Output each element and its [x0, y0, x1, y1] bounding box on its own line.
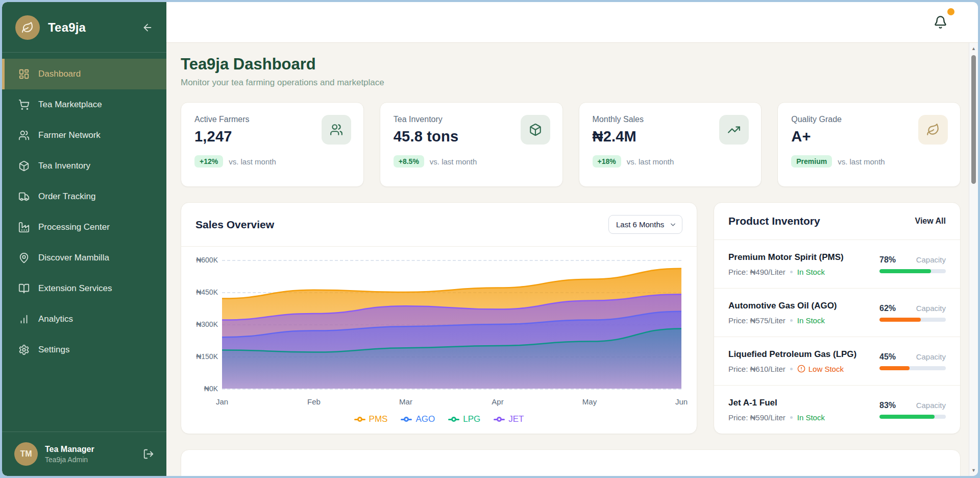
- y-tick-label: ₦600K: [196, 256, 218, 264]
- notification-dot: [947, 8, 954, 15]
- stat-note: vs. last month: [838, 157, 885, 166]
- inventory-row-liquefied-petroleum-gas-lpg: Liquefied Petroleum Gas (LPG)Price: ₦610…: [714, 337, 960, 386]
- sidebar-item-discover-mambilla[interactable]: Discover Mambilla: [2, 243, 166, 273]
- dot-separator: [790, 271, 793, 273]
- product-price: Price: ₦490/Liter: [728, 268, 786, 276]
- dot-separator: [790, 416, 793, 419]
- legend-marker: [354, 417, 365, 422]
- x-tick-label: Jun: [675, 397, 688, 406]
- stock-status: In Stock: [797, 316, 825, 325]
- sidebar-collapse-button[interactable]: [142, 22, 153, 33]
- stat-badge: +8.5%: [394, 155, 424, 168]
- legend-marker: [448, 417, 459, 422]
- gridline: [222, 389, 681, 390]
- scroll-down-arrow[interactable]: ▼: [969, 468, 978, 473]
- stat-badge: +18%: [593, 155, 621, 168]
- product-inventory-title: Product Inventory: [728, 215, 820, 227]
- sidebar-item-analytics[interactable]: Analytics: [2, 304, 166, 334]
- stat-card-monthly-sales: Monthly Sales₦2.4M+18%vs. last month: [579, 102, 762, 187]
- product-price: Price: ₦575/Liter: [728, 316, 786, 325]
- product-price: Price: ₦590/Liter: [728, 413, 786, 422]
- legend-label: PMS: [369, 414, 388, 424]
- sidebar-item-extension-services[interactable]: Extension Services: [2, 273, 166, 304]
- stat-note: vs. last month: [229, 157, 276, 166]
- y-tick-label: ₦300K: [196, 320, 218, 328]
- sidebar-item-label: Order Tracking: [38, 192, 95, 202]
- page-title: Tea9ja Dashboard: [181, 55, 961, 74]
- app-window: Tea9ja DashboardTea MarketplaceFarmer Ne…: [0, 0, 980, 478]
- sidebar-item-label: Processing Center: [38, 222, 110, 232]
- product-name: Automotive Gas Oil (AGO): [728, 301, 837, 311]
- legend-label: LPG: [463, 414, 480, 424]
- main-area: Tea9ja Dashboard Monitor your tea farmin…: [166, 2, 978, 476]
- stock-status: Low Stock: [797, 365, 844, 373]
- sidebar-item-label: Dashboard: [38, 69, 81, 79]
- sidebar-item-label: Farmer Network: [38, 130, 101, 140]
- x-tick-label: Jan: [216, 397, 228, 406]
- sidebar-item-tea-inventory[interactable]: Tea Inventory: [2, 151, 166, 181]
- stat-note: vs. last month: [627, 157, 674, 166]
- sidebar-item-tea-marketplace[interactable]: Tea Marketplace: [2, 89, 166, 120]
- product-name: Liquefied Petroleum Gas (LPG): [728, 349, 856, 360]
- view-all-button[interactable]: View All: [915, 217, 946, 226]
- leaf-icon: [926, 123, 940, 136]
- stock-status: In Stock: [797, 413, 825, 422]
- stat-card-active-farmers: Active Farmers1,247+12%vs. last month: [181, 102, 364, 187]
- stock-status: In Stock: [797, 268, 825, 276]
- bell-icon: [934, 15, 947, 29]
- scrollbar: ▲ ▼: [969, 43, 978, 476]
- capacity-label: Capacity: [916, 304, 946, 313]
- sales-overview-card: Sales Overview Last 6 Months ₦600K₦450K₦…: [181, 202, 697, 434]
- capacity-percent: 78%: [879, 255, 896, 265]
- sales-chart: ₦600K₦450K₦300K₦150K₦0K JanFebMarAprMayJ…: [181, 247, 697, 409]
- factory-icon: [18, 222, 30, 233]
- capacity-percent: 45%: [879, 352, 896, 362]
- truck-icon: [18, 191, 30, 202]
- box-icon: [18, 160, 30, 172]
- sidebar-item-dashboard[interactable]: Dashboard: [2, 59, 166, 89]
- users-icon: [330, 123, 343, 136]
- capacity-label: Capacity: [916, 255, 946, 264]
- logout-button[interactable]: [143, 448, 154, 460]
- notifications-button[interactable]: [934, 15, 947, 29]
- legend-item-pms[interactable]: PMS: [354, 414, 388, 424]
- stat-card-quality-grade: Quality GradeA+Premiumvs. last month: [777, 102, 961, 187]
- scrollbar-thumb[interactable]: [971, 55, 976, 184]
- sales-area-chart: [222, 260, 681, 389]
- trending-up-icon: [727, 123, 741, 136]
- sidebar-item-processing-center[interactable]: Processing Center: [2, 212, 166, 243]
- x-tick-label: Mar: [399, 397, 412, 406]
- sidebar-item-farmer-network[interactable]: Farmer Network: [2, 120, 166, 151]
- legend-item-lpg[interactable]: LPG: [448, 414, 480, 424]
- stat-badge: +12%: [194, 155, 223, 168]
- product-inventory-card: Product Inventory View All Premium Motor…: [714, 202, 961, 434]
- x-tick-label: May: [582, 397, 597, 406]
- users-icon: [18, 130, 30, 141]
- stats-row: Active Farmers1,247+12%vs. last monthTea…: [181, 102, 961, 187]
- y-tick-label: ₦150K: [196, 352, 218, 361]
- page-subtitle: Monitor your tea farming operations and …: [181, 78, 961, 88]
- sidebar-item-settings[interactable]: Settings: [2, 334, 166, 365]
- inventory-row-automotive-gas-oil-ago: Automotive Gas Oil (AGO)Price: ₦575/Lite…: [714, 289, 960, 337]
- legend-item-jet[interactable]: JET: [494, 414, 524, 424]
- legend-marker: [494, 417, 505, 422]
- capacity-bar: [879, 415, 946, 419]
- sidebar-item-label: Extension Services: [38, 283, 112, 294]
- user-role: Tea9ja Admin: [45, 456, 136, 464]
- dashboard-content: Tea9ja Dashboard Monitor your tea farmin…: [166, 43, 978, 476]
- chart-legend: PMSAGOLPGJET: [181, 409, 697, 434]
- range-select[interactable]: Last 6 Months: [608, 215, 682, 234]
- logout-icon: [143, 448, 154, 460]
- capacity-label: Capacity: [916, 401, 946, 410]
- gear-icon: [18, 344, 30, 355]
- inventory-row-premium-motor-spirit-pms: Premium Motor Spirit (PMS)Price: ₦490/Li…: [714, 240, 960, 289]
- cart-icon: [18, 99, 30, 110]
- legend-item-ago[interactable]: AGO: [401, 414, 435, 424]
- sidebar-item-order-tracking[interactable]: Order Tracking: [2, 181, 166, 212]
- scroll-up-arrow[interactable]: ▲: [969, 46, 978, 51]
- sidebar-item-label: Tea Inventory: [38, 161, 90, 171]
- sidebar-header: Tea9ja: [2, 2, 166, 53]
- map-pin-icon: [18, 252, 30, 264]
- sidebar-item-label: Discover Mambilla: [38, 253, 109, 263]
- topbar: [166, 2, 978, 43]
